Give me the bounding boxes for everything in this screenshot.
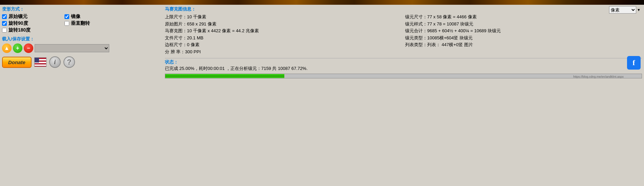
rvalue-0: 77 x 58 像素 = 4466 像素 — [427, 14, 477, 20]
rlabel-4: 列表类型： — [405, 41, 427, 48]
btn-add[interactable]: + — [13, 43, 22, 53]
info-row-0: 上限尺寸： 10 千像素 — [165, 14, 402, 20]
progress-bar-container — [165, 74, 642, 78]
label-0: 上限尺寸： — [165, 14, 187, 20]
rinfo-row-3: 镶元类型： 10085横+604竖 块镶元 — [405, 35, 642, 41]
rvalue-4: 列表： 447横+0竖 图片 — [427, 41, 473, 48]
value-0: 10 千像素 — [187, 14, 206, 20]
rinfo-row-1: 镶元样式： 77 x 78 = 10087 块镶元 — [405, 21, 642, 27]
label-2: 马赛克图： — [165, 27, 187, 34]
progress-bar-fill — [165, 74, 284, 78]
donate-button[interactable]: Donate — [2, 57, 32, 68]
label-5: 分 辨 率： — [165, 49, 185, 55]
right-panel: 像素 ▼ 马赛克图信息： 上限尺寸： 10 千像素 原始图片： — [162, 6, 642, 78]
value-2: 10 千像素 x 4422 像素 = 44.2 兆像素 — [187, 27, 259, 34]
rlabel-2: 镶元合计： — [405, 27, 427, 34]
transform-section: 变形方式： 原始镶元 镜像 旋转90度 — [2, 6, 162, 33]
cb-row-rotate90: 旋转90度 — [2, 20, 63, 26]
cb-vflip-label: 垂直翻转 — [71, 20, 90, 26]
mosaic-info-columns: 上限尺寸： 10 千像素 原始图片： 658 x 291 像素 马赛克图： 10… — [165, 14, 642, 55]
rinfo-row-0: 镶元尺寸： 77 x 58 像素 = 4466 像素 — [405, 14, 642, 20]
help-button[interactable]: ? — [63, 56, 75, 68]
load-save-controls: ▲ + − — [2, 43, 162, 53]
facebook-button[interactable]: f — [627, 56, 641, 70]
cb-rotate90[interactable] — [2, 21, 7, 26]
mosaic-left-col: 上限尺寸： 10 千像素 原始图片： 658 x 291 像素 马赛克图： 10… — [165, 14, 402, 55]
label-3: 文件尺寸： — [165, 35, 187, 41]
rlabel-3: 镶元类型： — [405, 35, 427, 41]
status-section: 状态： 已完成 25.00%，耗时00:00:01 ，正在分析镶元：7159 共… — [165, 58, 642, 72]
pixel-unit-container: 像素 ▼ — [609, 6, 641, 14]
preset-select[interactable] — [35, 44, 109, 52]
flag-icon-us[interactable] — [34, 57, 46, 67]
rvalue-2: 9685 + 604½ + 400¼ = 10689 块镶元 — [427, 27, 501, 34]
cb-row-original: 原始镶元 — [2, 14, 63, 20]
header-banner — [0, 0, 644, 5]
info-row-5: 分 辨 率： 300 PPI — [165, 49, 402, 55]
rinfo-row-2: 镶元合计： 9685 + 604½ + 400¼ = 10689 块镶元 — [405, 27, 642, 34]
status-text: 已完成 25.00%，耗时00:00:01 ，正在分析镶元：7159 共 100… — [165, 66, 642, 72]
cb-vflip[interactable] — [64, 21, 69, 26]
mosaic-info-section: 马赛克图信息： 上限尺寸： 10 千像素 原始图片： 658 x 291 像素 — [165, 6, 642, 55]
info-row-3: 文件尺寸： 20.1 MB — [165, 35, 402, 41]
cb-row-mirror: 镜像 — [64, 14, 126, 20]
cb-mirror[interactable] — [64, 14, 69, 19]
unit-dropdown-icon[interactable]: ▼ — [637, 8, 641, 12]
cb-rotate180-label: 旋转180度 — [8, 27, 31, 33]
app-window: 变形方式： 原始镶元 镜像 旋转90度 — [0, 0, 644, 186]
info-row-4: 边框尺寸： 0 像素 — [165, 41, 402, 48]
transform-title: 变形方式： — [2, 6, 162, 12]
info-row-1: 原始图片： 658 x 291 像素 — [165, 21, 402, 27]
info-row-2: 马赛克图： 10 千像素 x 4422 像素 = 44.2 兆像素 — [165, 27, 402, 34]
main-area: 变形方式： 原始镶元 镜像 旋转90度 — [0, 5, 644, 80]
mosaic-info-title: 马赛克图信息： — [165, 6, 642, 12]
label-1: 原始图片： — [165, 21, 187, 27]
value-3: 20.1 MB — [187, 35, 203, 41]
btn-minus[interactable]: − — [24, 43, 33, 53]
status-label: 状态： — [165, 59, 178, 64]
mosaic-right-col: 镶元尺寸： 77 x 58 像素 = 4466 像素 镶元样式： 77 x 78… — [405, 14, 642, 55]
load-save-title: 载入/保存设置： — [2, 36, 162, 42]
transform-checkboxes: 原始镶元 镜像 旋转90度 垂直翻转 — [2, 14, 162, 33]
load-save-section: 载入/保存设置： ▲ + − — [2, 36, 162, 53]
info-circle-button[interactable]: i — [49, 56, 61, 68]
left-panel: 变形方式： 原始镶元 镜像 旋转90度 — [2, 6, 162, 78]
cb-mirror-label: 镜像 — [71, 14, 80, 20]
value-4: 0 像素 — [187, 41, 200, 48]
pixel-unit-select[interactable]: 像素 — [609, 6, 636, 14]
rvalue-3: 10085横+604竖 块镶元 — [427, 35, 473, 41]
rlabel-0: 镶元尺寸： — [405, 14, 427, 20]
rvalue-1: 77 x 78 = 10087 块镶元 — [427, 21, 473, 27]
cb-rotate90-label: 旋转90度 — [8, 20, 28, 26]
cb-original-label: 原始镶元 — [8, 14, 27, 20]
value-5: 300 PPI — [185, 49, 201, 55]
cb-row-rotate180: 旋转180度 — [2, 27, 63, 33]
rinfo-row-4: 列表类型： 列表： 447横+0竖 图片 — [405, 41, 642, 48]
url-hint: https://blog.cdng.me/en/andklint.aspx — [573, 75, 624, 78]
rlabel-1: 镶元样式： — [405, 21, 427, 27]
cb-original[interactable] — [2, 14, 7, 19]
bottom-buttons: Donate i ? — [2, 56, 162, 68]
cb-rotate180[interactable] — [2, 28, 7, 33]
btn-up[interactable]: ▲ — [2, 43, 12, 53]
cb-row-vflip: 垂直翻转 — [64, 20, 126, 26]
value-1: 658 x 291 像素 — [187, 21, 216, 27]
label-4: 边框尺寸： — [165, 41, 187, 48]
